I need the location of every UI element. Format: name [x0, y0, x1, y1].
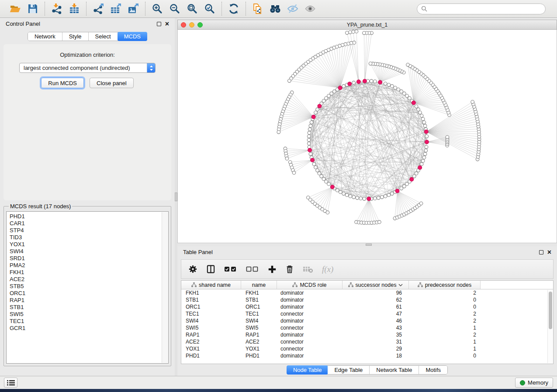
network-node[interactable] [418, 166, 422, 170]
network-node[interactable] [408, 96, 412, 100]
table-cell[interactable]: 61 [343, 303, 409, 310]
table-cell[interactable]: 46 [343, 317, 409, 324]
network-node[interactable] [423, 124, 427, 127]
network-node[interactable] [326, 211, 329, 214]
network-node[interactable] [349, 31, 352, 34]
column-header[interactable]: successor nodes [343, 281, 409, 289]
table-cell[interactable]: ACE2 [181, 338, 241, 345]
network-node[interactable] [325, 96, 328, 100]
table-cell[interactable]: dominator [277, 296, 343, 303]
mcds-list-scrollbar[interactable] [162, 212, 168, 363]
mcds-result-item[interactable]: TID3 [10, 234, 168, 241]
network-node[interactable] [333, 90, 336, 93]
table-cell[interactable]: 47 [343, 310, 409, 317]
network-node[interactable] [400, 187, 403, 190]
network-node[interactable] [377, 196, 381, 200]
mcds-result-item[interactable]: GCR1 [10, 325, 168, 332]
tab-edge-table[interactable]: Edge Table [328, 366, 370, 374]
tab-motifs[interactable]: Motifs [419, 366, 447, 374]
network-node[interactable] [412, 101, 416, 105]
network-node[interactable] [391, 85, 394, 88]
network-node[interactable] [423, 152, 427, 156]
network-node[interactable] [327, 182, 331, 186]
network-node[interactable] [308, 127, 311, 131]
table-row[interactable]: SWI4SWI4dominator462 [181, 317, 553, 324]
network-node[interactable] [356, 196, 359, 200]
network-node[interactable] [387, 83, 391, 87]
table-cell[interactable]: FKH1 [241, 289, 277, 296]
network-node[interactable] [421, 159, 425, 163]
network-node[interactable] [309, 152, 312, 156]
refresh-icon[interactable] [226, 2, 242, 16]
table-cell[interactable]: 1 [409, 324, 481, 331]
table-cell[interactable]: 35 [343, 331, 409, 338]
table-cell[interactable]: ORC1 [181, 303, 241, 310]
table-cell[interactable]: 2 [409, 310, 481, 317]
network-node[interactable] [374, 197, 377, 200]
table-scrollbar-track[interactable] [547, 290, 553, 363]
table-cell[interactable]: 18 [343, 352, 409, 359]
mcds-result-item[interactable]: ACE2 [10, 276, 168, 283]
table-row[interactable]: FKH1FKH1dominator962 [181, 289, 553, 296]
import-network-icon[interactable] [49, 2, 65, 16]
table-cell[interactable]: 0 [409, 352, 481, 359]
network-node[interactable] [312, 162, 316, 166]
network-node[interactable] [322, 99, 325, 103]
network-node[interactable] [419, 202, 423, 205]
network-node[interactable] [387, 193, 391, 197]
mcds-result-item[interactable]: CAR1 [10, 220, 168, 227]
table-cell[interactable]: dominator [277, 303, 343, 310]
network-node[interactable] [425, 140, 429, 144]
table-scrollbar-thumb[interactable] [549, 292, 552, 329]
table-row[interactable]: STB1STB1dominator620 [181, 296, 553, 303]
network-node[interactable] [417, 108, 420, 111]
mcds-result-item[interactable]: STB1 [10, 304, 168, 311]
network-node[interactable] [327, 94, 331, 98]
mcds-result-item[interactable]: RAP1 [10, 297, 168, 304]
network-node[interactable] [316, 169, 319, 172]
network-canvas[interactable] [177, 30, 557, 243]
table-cell[interactable]: 1 [409, 338, 481, 345]
mcds-result-item[interactable]: PHD1 [10, 213, 168, 220]
table-row[interactable]: PHD1PHD1dominator180 [181, 352, 553, 359]
network-node[interactable] [357, 80, 361, 84]
export-image-icon[interactable] [125, 2, 141, 16]
export-table-icon[interactable] [108, 2, 124, 16]
network-node[interactable] [363, 31, 366, 35]
table-row[interactable]: SWI5SWI5connector431 [181, 324, 553, 331]
network-node[interactable] [338, 86, 342, 90]
table-cell[interactable]: RAP1 [241, 331, 277, 338]
table-cell[interactable]: dominator [277, 352, 343, 359]
column-header[interactable]: predecessor nodes [409, 281, 481, 289]
network-node[interactable] [405, 94, 409, 98]
splitter-grip[interactable] [366, 244, 372, 246]
network-node[interactable] [322, 177, 325, 181]
table-cell[interactable]: dominator [277, 331, 343, 338]
network-node[interactable] [336, 189, 339, 192]
close-panel-button[interactable]: Close panel [90, 78, 134, 88]
node-table[interactable]: shared namenameMCDS rolesuccessor nodesp… [181, 280, 554, 364]
network-node[interactable] [311, 158, 315, 162]
hide-selected-icon[interactable] [285, 2, 301, 16]
network-node[interactable] [308, 131, 311, 134]
network-node[interactable] [346, 31, 349, 34]
mcds-result-item[interactable]: TEC1 [10, 318, 168, 325]
mcds-result-item[interactable]: STB5 [10, 283, 168, 290]
network-node[interactable] [292, 171, 296, 175]
tab-style[interactable]: Style [62, 32, 89, 41]
task-history-button[interactable] [4, 378, 17, 388]
tab-mcds[interactable]: MCDS [118, 32, 147, 41]
table-cell[interactable]: YOX1 [241, 345, 277, 352]
table-cell[interactable]: dominator [277, 289, 343, 296]
table-row[interactable]: ORC1ORC1dominator610 [181, 303, 553, 310]
table-row[interactable]: RAP1RAP1dominator352 [181, 331, 553, 338]
mcds-result-item[interactable]: FKH1 [10, 269, 168, 276]
open-file-icon[interactable] [7, 2, 23, 16]
network-node[interactable] [424, 130, 428, 134]
save-session-icon[interactable] [25, 2, 41, 16]
tab-select[interactable]: Select [89, 32, 118, 41]
mcds-result-item[interactable]: SWI5 [10, 311, 168, 318]
network-node[interactable] [308, 148, 312, 152]
table-cell[interactable]: YOX1 [181, 345, 241, 352]
tab-network[interactable]: Network [28, 32, 62, 41]
